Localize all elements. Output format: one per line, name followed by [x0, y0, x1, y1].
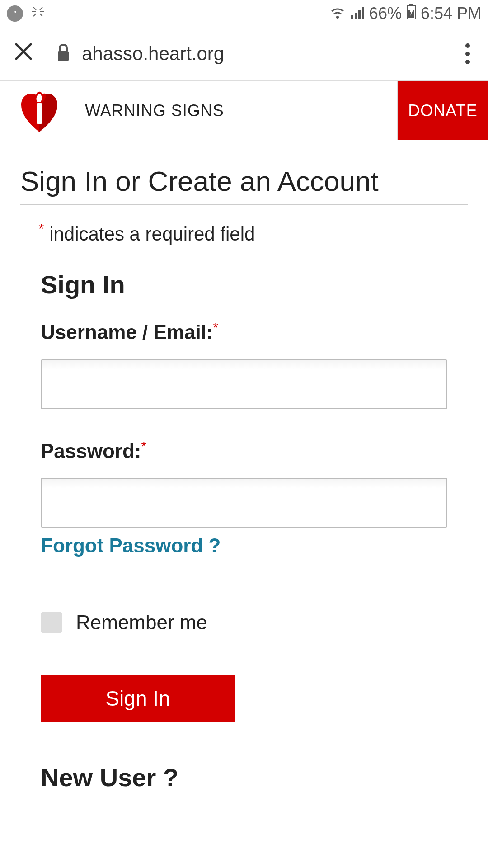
- password-label: Password:*: [41, 439, 447, 462]
- remember-me-row: Remember me: [41, 611, 447, 634]
- more-menu-icon[interactable]: [461, 39, 474, 69]
- signin-button-label: Sign In: [105, 686, 170, 711]
- username-input[interactable]: [41, 359, 447, 409]
- url-section[interactable]: ahasso.heart.org: [56, 43, 438, 65]
- svg-text:”: ”: [14, 11, 17, 16]
- forgot-password-link[interactable]: Forgot Password ?: [41, 534, 221, 557]
- svg-rect-18: [58, 51, 69, 61]
- svg-rect-11: [358, 10, 361, 19]
- chat-notification-icon: ”: [7, 5, 23, 22]
- battery-icon: [406, 4, 416, 24]
- remember-me-label: Remember me: [76, 611, 207, 634]
- browser-bar: ahasso.heart.org: [0, 27, 488, 81]
- svg-rect-19: [37, 103, 42, 124]
- main-content: Sign In or Create an Account * indicates…: [0, 140, 488, 792]
- asterisk-icon: *: [38, 221, 44, 237]
- required-field-note: * indicates a required field: [38, 221, 468, 245]
- signin-form: Sign In Username / Email:* Password:* Fo…: [20, 270, 468, 792]
- status-left: ”: [7, 4, 46, 24]
- site-header: WARNING SIGNS DONATE: [0, 81, 488, 140]
- lock-icon: [56, 44, 70, 64]
- new-user-heading: New User ?: [41, 763, 447, 792]
- page-title: Sign In or Create an Account: [20, 165, 468, 205]
- nav-spacer: [230, 81, 398, 140]
- signin-heading: Sign In: [41, 270, 447, 299]
- heart-torch-logo-icon: [19, 89, 60, 132]
- remember-me-checkbox[interactable]: [41, 612, 62, 633]
- close-icon[interactable]: [14, 41, 33, 67]
- donate-label: DONATE: [408, 101, 477, 120]
- donate-button[interactable]: DONATE: [398, 81, 488, 140]
- svg-line-5: [33, 7, 36, 10]
- signin-button[interactable]: Sign In: [41, 675, 235, 722]
- sparkle-icon: [30, 4, 46, 24]
- svg-line-6: [40, 14, 42, 16]
- svg-rect-9: [351, 15, 353, 19]
- svg-rect-12: [362, 7, 364, 19]
- clock-time: 6:54 PM: [421, 4, 481, 23]
- signal-icon: [350, 4, 365, 23]
- username-label: Username / Email:*: [41, 320, 447, 344]
- svg-rect-10: [355, 13, 357, 19]
- password-input[interactable]: [41, 478, 447, 528]
- warning-signs-label: WARNING SIGNS: [85, 101, 224, 120]
- warning-signs-link[interactable]: WARNING SIGNS: [79, 81, 230, 140]
- wifi-icon: [329, 4, 346, 23]
- required-note-text: indicates a required field: [49, 223, 255, 245]
- battery-percent: 66%: [369, 4, 402, 23]
- url-text: ahasso.heart.org: [82, 43, 224, 65]
- svg-line-8: [33, 14, 36, 16]
- svg-line-7: [40, 7, 42, 10]
- status-bar: ”: [0, 0, 488, 27]
- status-right: 66% 6:54 PM: [329, 4, 481, 24]
- logo[interactable]: [0, 81, 79, 140]
